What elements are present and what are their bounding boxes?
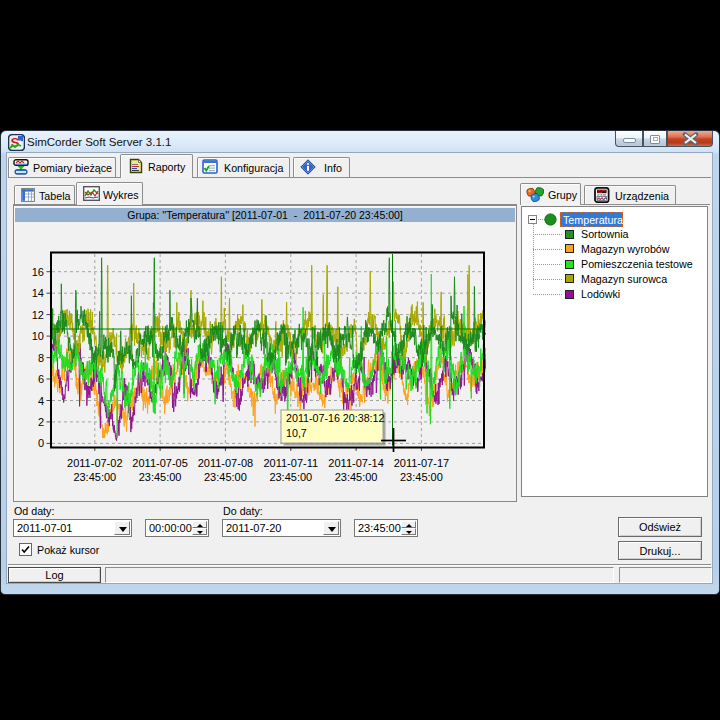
svg-text:2011-07-02: 2011-07-02: [67, 457, 122, 469]
svg-text:23:45:00: 23:45:00: [269, 471, 312, 483]
svg-text:8: 8: [38, 352, 44, 364]
svg-text:23:45:00: 23:45:00: [139, 471, 182, 483]
svg-text:23:45:00: 23:45:00: [400, 471, 443, 483]
svg-text:2011-07-16 20:38:12: 2011-07-16 20:38:12: [286, 412, 385, 424]
svg-text:23:45:00: 23:45:00: [73, 471, 116, 483]
svg-text:2011-07-14: 2011-07-14: [328, 457, 383, 469]
svg-text:2011-07-17: 2011-07-17: [394, 457, 449, 469]
svg-text:6: 6: [38, 373, 44, 385]
svg-text:16: 16: [32, 266, 44, 278]
svg-text:2011-07-11: 2011-07-11: [263, 457, 318, 469]
svg-text:10: 10: [32, 330, 44, 342]
svg-text:14: 14: [32, 287, 44, 299]
svg-text:12: 12: [32, 309, 44, 321]
svg-text:23:45:00: 23:45:00: [335, 471, 378, 483]
svg-text:2: 2: [38, 416, 44, 428]
svg-text:10,7: 10,7: [286, 427, 307, 439]
svg-text:4: 4: [38, 395, 44, 407]
svg-text:0: 0: [38, 437, 44, 449]
svg-text:2011-07-05: 2011-07-05: [132, 457, 187, 469]
svg-text:23:45:00: 23:45:00: [204, 471, 247, 483]
svg-text:2011-07-08: 2011-07-08: [198, 457, 253, 469]
